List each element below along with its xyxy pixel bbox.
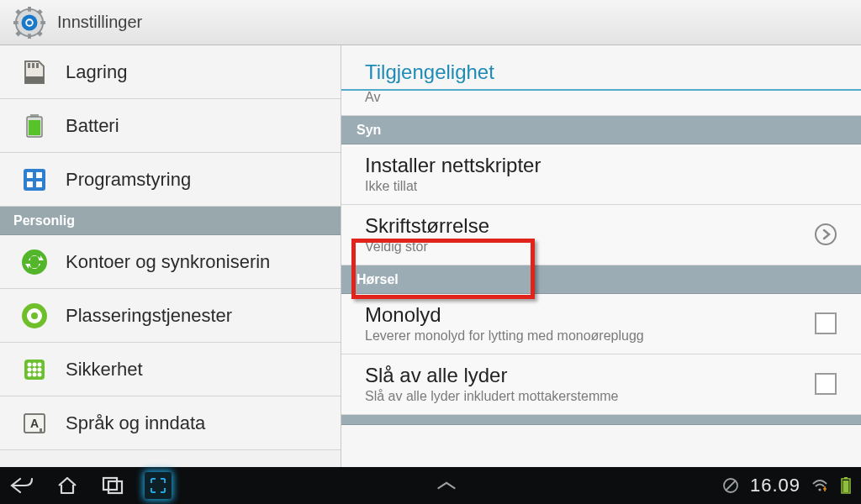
sidebar-item-label: Lagring: [66, 61, 127, 83]
svg-point-33: [33, 367, 37, 371]
sidebar-item-label: Sikkerhet: [66, 359, 143, 381]
recent-apps-button[interactable]: [99, 472, 126, 499]
svg-point-34: [38, 367, 42, 371]
svg-rect-43: [108, 481, 122, 493]
section-syn: Syn: [341, 116, 861, 144]
screenshot-button[interactable]: [145, 472, 172, 499]
row-sublabel: Veldig stor: [365, 239, 809, 255]
row-mute-all[interactable]: Slå av alle lyder Slå av alle lyder inkl…: [341, 354, 861, 415]
status-clock: 16.09: [750, 475, 800, 496]
svg-rect-19: [24, 169, 45, 191]
svg-point-11: [27, 20, 32, 25]
sidebar-item-label: Programstyring: [66, 169, 191, 191]
detail-scroll[interactable]: TalkBack Av Syn Installer nettskripter I…: [341, 91, 861, 467]
no-sim-icon: [721, 472, 740, 499]
svg-rect-42: [103, 478, 117, 490]
row-label: Monolyd: [365, 303, 809, 327]
svg-point-41: [816, 224, 836, 244]
checkbox[interactable]: [815, 373, 837, 395]
svg-rect-12: [28, 63, 30, 68]
main-split: Lagring Batteri Programstyring: [0, 45, 861, 467]
home-button[interactable]: [54, 472, 81, 499]
sidebar-item-language[interactable]: A Språk og inndata: [0, 396, 341, 450]
row-label: Skriftstørrelse: [365, 214, 809, 238]
row-label: Installer nettskripter: [365, 154, 843, 177]
checkbox[interactable]: [815, 312, 837, 334]
row-mono-audio[interactable]: Monolyd Leverer monolyd for lytting med …: [341, 294, 861, 354]
svg-point-29: [28, 362, 32, 366]
sidebar-item-apps[interactable]: Programstyring: [0, 153, 341, 207]
detail-title: Tilgjengelighet: [341, 45, 861, 91]
sidebar-item-location[interactable]: Plasseringstjenester: [0, 289, 341, 343]
row-sublabel: Ikke tillat: [365, 179, 843, 194]
row-sublabel: Slå av alle lyder inkludert mottakerstem…: [365, 389, 809, 404]
row-install-scripts[interactable]: Installer nettskripter Ikke tillat: [341, 144, 861, 205]
svg-point-24: [22, 249, 47, 275]
svg-point-27: [31, 312, 38, 319]
sidebar-item-battery[interactable]: Batteri: [0, 99, 341, 153]
svg-rect-21: [36, 172, 42, 178]
sidebar-item-label: Plasseringstjenester: [66, 305, 232, 327]
row-sublabel: Leverer monolyd for lytting med monoørep…: [365, 328, 809, 344]
action-bar-title: Innstillinger: [57, 13, 142, 32]
sidebar-item-security[interactable]: Sikkerhet: [0, 343, 341, 396]
svg-text:A: A: [30, 417, 39, 430]
expand-up-icon[interactable]: [433, 472, 460, 499]
chevron-right-icon: [809, 223, 843, 246]
svg-point-32: [28, 367, 32, 371]
svg-rect-22: [27, 181, 33, 187]
svg-rect-2: [28, 34, 31, 39]
sidebar-item-label: Batteri: [66, 115, 119, 137]
svg-point-37: [38, 372, 42, 376]
sidebar-section-personal: Personlig: [0, 207, 341, 235]
sidebar-item-label: Språk og inndata: [66, 412, 205, 434]
detail-panel: Tilgjengelighet TalkBack Av Syn Installe…: [341, 45, 861, 467]
back-button[interactable]: [8, 472, 35, 499]
security-icon: [17, 352, 52, 387]
svg-rect-20: [27, 172, 33, 178]
svg-rect-15: [25, 76, 44, 83]
svg-point-35: [28, 372, 32, 376]
svg-rect-3: [13, 21, 18, 24]
svg-point-30: [33, 362, 37, 366]
svg-rect-40: [40, 428, 42, 433]
svg-point-31: [38, 362, 42, 366]
svg-rect-13: [32, 63, 34, 68]
language-icon: A: [17, 406, 52, 441]
sidebar-item-storage[interactable]: Lagring: [0, 45, 341, 99]
sidebar-item-label: Kontoer og synkroniserin: [66, 251, 270, 273]
battery-status-icon: [839, 472, 853, 499]
battery-icon: [17, 108, 52, 144]
svg-point-46: [818, 488, 821, 491]
sd-card-icon: [17, 55, 52, 90]
section-horsel: Hørsel: [341, 265, 861, 294]
row-font-size[interactable]: Skriftstørrelse Veldig stor: [341, 205, 861, 265]
sidebar-item-accounts[interactable]: Kontoer og synkroniserin: [0, 235, 341, 289]
location-icon: [17, 298, 52, 333]
svg-rect-1: [28, 7, 31, 12]
sidebar: Lagring Batteri Programstyring: [0, 45, 341, 467]
sync-icon: [17, 244, 52, 280]
row-label: Slå av alle lyder: [365, 364, 809, 387]
svg-rect-4: [40, 21, 45, 24]
svg-rect-23: [36, 181, 42, 187]
svg-rect-49: [843, 480, 849, 492]
row-sublabel: Av: [365, 91, 843, 105]
apps-grid-icon: [17, 162, 52, 197]
action-bar: Innstillinger: [0, 0, 861, 45]
svg-rect-18: [29, 120, 40, 135]
svg-point-36: [33, 372, 37, 376]
svg-line-45: [726, 480, 736, 491]
row-talkback[interactable]: TalkBack Av: [341, 91, 861, 116]
wifi-icon: [811, 472, 829, 499]
settings-gear-icon: [12, 5, 47, 40]
svg-rect-14: [36, 63, 39, 68]
section-partial: [341, 415, 861, 425]
system-navbar: 16.09: [0, 467, 861, 504]
